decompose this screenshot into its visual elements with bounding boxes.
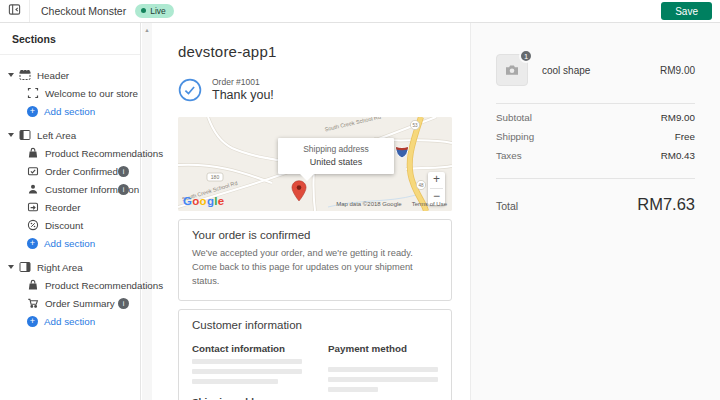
product-name: cool shape [542,65,590,76]
total-value: RM7.63 [637,195,695,214]
subtotal-value: RM9.00 [661,112,695,123]
plus-circle-icon: + [27,238,38,249]
sections-tree: Header Welcome to our store + Add sectio… [0,55,140,330]
sidebar-group-left-area[interactable]: Left Area [0,126,140,144]
chevron-down-icon[interactable] [8,73,14,77]
plus-circle-icon: + [27,316,38,327]
sidebar-group-right-area[interactable]: Right Area [0,258,140,276]
vertical-scrollbar[interactable]: ▲ [142,23,152,400]
sidebar-item-reorder[interactable]: Reorder [0,198,140,216]
route-pill-label: 180 [211,174,220,180]
live-dot-icon [141,8,146,13]
popup-title: Shipping address [282,144,390,154]
route-circle-label: 48 [418,183,424,188]
shopping-bag-icon [27,279,39,291]
payment-method-heading: Payment method [328,343,438,354]
order-summary-panel: 1 cool shape RM9.00 Subtotal RM9.00 Ship… [470,23,720,400]
checkout-preview: devstore-app1 Order #1001 Thank you! [152,23,470,400]
thank-you-text: Thank you! [212,88,274,102]
taxes-row: Taxes RM0.43 [496,150,695,161]
order-confirmed-header: Order #1001 Thank you! [178,77,452,102]
chevron-down-icon[interactable] [8,133,14,137]
add-section-left-area-button[interactable]: + Add section [0,234,140,252]
total-label: Total [496,200,518,212]
placeholder-bar [328,367,438,372]
sidebar-item-order-confirmed[interactable]: Order Confirmed i [0,162,140,180]
store-name: devstore-app1 [178,43,452,60]
customer-information-card: Customer information Contact information… [178,309,452,400]
right-area-layout-icon [19,261,31,273]
divider [496,103,695,104]
top-bar: Checkout Monster Live Save [0,0,720,23]
product-thumbnail: 1 [496,54,528,86]
left-area-layout-icon [19,129,31,141]
sections-sidebar: Sections Header Welcome to our store + A… [0,23,141,400]
zoom-in-button[interactable]: + [428,172,445,188]
placeholder-bar [328,377,438,382]
shipping-row: Shipping Free [496,131,695,142]
reorder-arrow-icon [27,201,39,213]
info-badge: i [118,184,129,195]
save-button[interactable]: Save [661,2,712,20]
terms-of-use-link[interactable]: Terms of Use [412,201,447,207]
contact-information-heading: Contact information [192,343,302,354]
add-section-header-button[interactable]: + Add section [0,102,140,120]
selection-frame-icon [27,87,39,99]
placeholder-bar [328,387,378,392]
sidebar-group-header[interactable]: Header [0,66,140,84]
product-line-item: 1 cool shape RM9.00 [496,54,695,86]
map-pin-icon [291,180,307,206]
sidebar-item-welcome-banner[interactable]: Welcome to our store [0,84,140,102]
route-circle-label: 53 [412,123,418,128]
map-attribution: Map data ©2018 Google [336,201,401,207]
add-section-right-area-button[interactable]: + Add section [0,312,140,330]
subtotal-row: Subtotal RM9.00 [496,112,695,123]
popup-country: United states [282,157,390,167]
sidebar-item-product-recommendations-right[interactable]: Product Recommendations [0,276,140,294]
confirmed-card-body: We've accepted your order, and we're get… [192,247,438,289]
sidebar-item-discount[interactable]: Discount [0,216,140,234]
chevron-down-icon[interactable] [8,265,14,269]
order-confirmed-card: Your order is confirmed We've accepted y… [178,219,452,301]
shipping-address-heading: Shipping address [192,396,302,400]
taxes-value: RM0.43 [661,150,695,161]
exit-panel-icon [8,2,21,20]
cart-icon [27,297,39,309]
sidebar-title: Sections [0,23,140,55]
shipping-map[interactable]: 180 53 48 South Creek School Rd South Cr… [178,117,452,211]
live-status-badge: Live [135,4,174,18]
divider [496,178,695,179]
google-logo[interactable]: Google [183,195,224,207]
camera-icon [504,62,520,78]
info-badge: i [118,298,129,309]
confirmed-card-title: Your order is confirmed [192,229,438,241]
app-title: Checkout Monster [41,5,126,17]
person-icon [27,183,39,195]
discount-percent-icon [27,219,39,231]
sidebar-item-product-recommendations-left[interactable]: Product Recommendations [0,144,140,162]
info-badge: i [118,166,129,177]
check-circle-icon [178,78,202,102]
shipping-value: Free [675,131,695,142]
scroll-up-arrow-icon[interactable]: ▲ [142,23,152,33]
collapse-sidebar-button[interactable] [0,0,30,22]
sidebar-item-customer-information[interactable]: Customer Information i [0,180,140,198]
placeholder-bar [192,359,302,364]
placeholder-bar [192,379,278,384]
quantity-badge: 1 [519,49,533,63]
sidebar-item-order-summary[interactable]: Order Summary i [0,294,140,312]
order-number: Order #1001 [212,77,274,87]
order-confirmed-icon [27,165,39,177]
customer-card-title: Customer information [192,319,438,331]
header-layout-icon [19,69,31,81]
total-row: Total RM7.63 [496,195,695,214]
plus-circle-icon: + [27,106,38,117]
placeholder-bar [192,369,302,374]
shipping-address-popup: Shipping address United states [278,138,394,174]
shopping-bag-icon [27,147,39,159]
product-price: RM9.00 [660,65,695,76]
